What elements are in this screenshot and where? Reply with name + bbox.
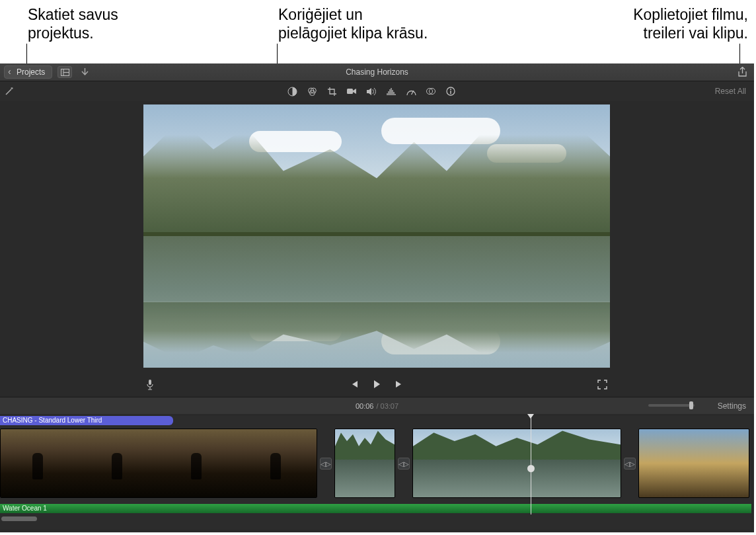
audio-clip[interactable]: Water Ocean 1 bbox=[0, 504, 751, 513]
reset-all-button[interactable]: Reset All bbox=[715, 87, 746, 96]
info-icon bbox=[446, 87, 455, 96]
video-clip[interactable] bbox=[412, 429, 621, 498]
video-clip[interactable] bbox=[638, 429, 749, 498]
noise-reduction-button[interactable] bbox=[386, 86, 397, 97]
speed-button[interactable] bbox=[406, 86, 416, 97]
stabilization-button[interactable] bbox=[346, 86, 357, 97]
callout-share: Koplietojiet filmu, treileri vai klipu. bbox=[633, 5, 748, 42]
microphone-icon bbox=[146, 379, 154, 390]
timeline-scrollbar[interactable] bbox=[1, 516, 37, 521]
svg-rect-7 bbox=[347, 89, 353, 94]
zoom-slider[interactable] bbox=[648, 404, 695, 407]
voiceover-button[interactable] bbox=[146, 379, 154, 390]
clip-info-button[interactable] bbox=[445, 86, 456, 97]
transition-icon[interactable]: ◁▷ bbox=[398, 458, 410, 470]
projects-label: Projects bbox=[17, 67, 45, 77]
speedometer-icon bbox=[406, 87, 416, 96]
top-toolbar: Projects Chasing Horizons bbox=[0, 63, 754, 81]
play-button[interactable] bbox=[372, 380, 381, 389]
transition-icon[interactable]: ◁▷ bbox=[320, 458, 332, 470]
previous-button[interactable] bbox=[350, 380, 359, 389]
current-time: 00:06 bbox=[356, 402, 374, 410]
download-arrow-icon bbox=[81, 68, 89, 77]
color-correction-button[interactable] bbox=[307, 86, 317, 97]
import-button[interactable] bbox=[81, 68, 89, 77]
magic-wand-icon bbox=[4, 86, 15, 97]
project-title: Chasing Horizons bbox=[346, 67, 408, 77]
color-balance-button[interactable] bbox=[287, 86, 297, 97]
video-clip[interactable] bbox=[334, 429, 395, 498]
transition-icon[interactable]: ◁▷ bbox=[624, 458, 636, 470]
previous-icon bbox=[350, 380, 359, 389]
next-icon bbox=[395, 380, 404, 389]
projects-button[interactable]: Projects bbox=[4, 65, 52, 79]
share-button[interactable] bbox=[737, 67, 747, 78]
fullscreen-button[interactable] bbox=[597, 380, 607, 390]
callouts-area: Skatiet savus projektus. Koriģējiet un p… bbox=[0, 0, 756, 63]
enhance-button[interactable] bbox=[4, 86, 15, 97]
viewer-area: 00:06 / 03:07 Settings bbox=[0, 101, 754, 416]
next-button[interactable] bbox=[395, 380, 404, 389]
layout-icon bbox=[61, 69, 69, 76]
imovie-window: Projects Chasing Horizons bbox=[0, 63, 754, 532]
equalizer-icon bbox=[387, 87, 396, 96]
timeline[interactable]: CHASING - Standard Lower Third ◁▷ ◁▷ ◁▷ bbox=[0, 416, 751, 530]
layout-button[interactable] bbox=[57, 66, 72, 78]
video-preview[interactable] bbox=[143, 104, 610, 368]
color-balance-icon bbox=[287, 87, 297, 97]
video-track: ◁▷ ◁▷ ◁▷ bbox=[0, 429, 751, 498]
timeline-settings-button[interactable]: Settings bbox=[718, 401, 746, 411]
filter-icon bbox=[426, 87, 435, 96]
clip-filter-button[interactable] bbox=[426, 86, 436, 97]
crop-icon bbox=[327, 87, 337, 97]
color-wheel-icon bbox=[307, 87, 317, 97]
share-icon bbox=[737, 67, 747, 78]
adjust-toolbar: Reset All bbox=[0, 81, 754, 101]
adjust-tools bbox=[287, 86, 456, 97]
volume-icon bbox=[366, 87, 377, 96]
camera-icon bbox=[346, 87, 357, 95]
callout-projects: Skatiet savus projektus. bbox=[28, 5, 118, 42]
duration-label: / 03:07 bbox=[376, 402, 398, 410]
volume-button[interactable] bbox=[366, 86, 377, 97]
video-clip[interactable] bbox=[0, 429, 317, 498]
svg-point-12 bbox=[450, 89, 451, 90]
transport-controls bbox=[143, 374, 610, 394]
play-icon bbox=[372, 380, 381, 389]
title-clip[interactable]: CHASING - Standard Lower Third bbox=[0, 416, 173, 425]
playhead[interactable] bbox=[531, 416, 531, 514]
callout-color: Koriģējiet un pielāgojiet klipa krāsu. bbox=[278, 5, 428, 42]
svg-rect-14 bbox=[149, 380, 151, 385]
time-bar: 00:06 / 03:07 Settings bbox=[0, 397, 754, 414]
crop-button[interactable] bbox=[326, 86, 337, 97]
fullscreen-icon bbox=[597, 380, 607, 390]
